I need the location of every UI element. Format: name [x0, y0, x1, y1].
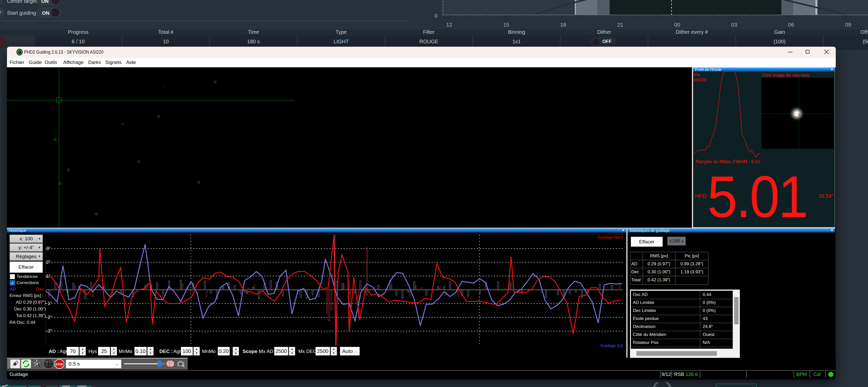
svg-text:STOP: STOP: [56, 363, 63, 366]
